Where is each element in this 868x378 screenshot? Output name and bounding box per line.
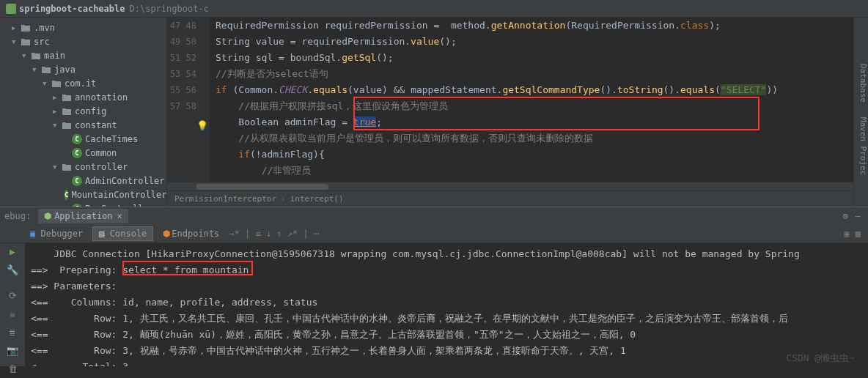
tree-item-annotation[interactable]: ▶annotation bbox=[0, 90, 166, 104]
editor-scrollbar[interactable] bbox=[167, 182, 868, 190]
settings-icon[interactable]: ⚙ bbox=[843, 211, 848, 221]
folder-icon bbox=[21, 23, 31, 32]
folder-icon bbox=[62, 163, 72, 171]
crumb-method[interactable]: intercept() bbox=[276, 194, 343, 204]
svg-rect-0 bbox=[6, 4, 16, 14]
crumb-class[interactable]: PermissionInterceptor bbox=[174, 194, 276, 204]
rerun-icon[interactable]: ▶ bbox=[10, 246, 15, 257]
debugger-toolbar: ▣ Debugger ▤ Console ⬢Endpoints →* | ≡ ↓… bbox=[0, 224, 868, 243]
project-path: D:\springboot-c bbox=[130, 4, 209, 14]
class-icon: C bbox=[72, 204, 82, 207]
debug-label: ebug: bbox=[0, 211, 35, 221]
debug-tabbar: ebug: ⬢ Application × ⚙ — bbox=[0, 207, 868, 224]
trash-icon[interactable]: 🗑 bbox=[8, 363, 18, 374]
folder-icon bbox=[21, 37, 31, 46]
reload-icon[interactable]: ⟳ bbox=[9, 290, 17, 301]
camera-icon[interactable]: 📷 bbox=[7, 345, 18, 356]
debug-tab-label: Application bbox=[54, 211, 112, 221]
minimize-icon[interactable]: — bbox=[856, 211, 861, 221]
tab-debugger[interactable]: ▣ Debugger bbox=[23, 226, 89, 241]
folder-icon bbox=[31, 51, 41, 60]
right-toolbar[interactable]: Database Maven Projec bbox=[853, 18, 868, 207]
code-editor[interactable]: 47 48 49 50 51 52 53 54 55 56 57 58 💡 Re… bbox=[167, 18, 868, 207]
class-icon: C bbox=[72, 134, 82, 144]
tab-endpoints[interactable]: ⬢Endpoints bbox=[156, 226, 226, 241]
project-bar: springboot-cacheable D:\springboot-c bbox=[0, 0, 868, 18]
tree-item-main[interactable]: ▼main bbox=[0, 48, 166, 62]
tree-item-com-it[interactable]: ▼com.it bbox=[0, 76, 166, 90]
skull-icon[interactable]: ☠ bbox=[10, 308, 15, 319]
watermark: CSDN @懒虫虫~ bbox=[786, 352, 855, 365]
tree-item-admincontroller[interactable]: CAdminController bbox=[0, 174, 166, 188]
tree-item-src[interactable]: ▼src bbox=[0, 34, 166, 48]
close-icon[interactable]: × bbox=[117, 211, 122, 221]
console-output[interactable]: JDBC Connection [HikariProxyConnection@1… bbox=[25, 243, 868, 366]
folder-icon bbox=[62, 121, 72, 130]
code-area[interactable]: RequiredPermission requiredPermission = … bbox=[210, 18, 868, 182]
breadcrumb[interactable]: PermissionInterceptor intercept() bbox=[167, 190, 868, 207]
folder-icon bbox=[62, 93, 72, 102]
class-icon: C bbox=[72, 148, 82, 158]
db-icon-1[interactable]: ▣ bbox=[845, 229, 850, 239]
tree-item-mountaincontroller[interactable]: CMountainController bbox=[0, 188, 166, 201]
bug-icon: ⬢ bbox=[44, 211, 51, 221]
folder-icon bbox=[62, 107, 72, 116]
line-gutter: 47 48 49 50 51 52 53 54 55 56 57 58 💡 bbox=[167, 18, 210, 182]
tree-item--mvn[interactable]: ▶.mvn bbox=[0, 21, 166, 34]
folder-icon bbox=[51, 79, 62, 88]
tree-item-common[interactable]: CCommon bbox=[0, 146, 166, 160]
tree-item-constant[interactable]: ▼constant bbox=[0, 118, 166, 132]
endpoints-icon: ⬢ bbox=[163, 229, 170, 239]
project-tree[interactable]: ▶.mvn▼src▼main▼java▼com.it▶annotation▶co… bbox=[0, 18, 167, 207]
console-gutter: ▶ 🔧 ⟳ ☠ ≣ 📷 🗑 bbox=[0, 243, 25, 366]
class-icon: C bbox=[65, 190, 68, 200]
project-name: springboot-cacheable bbox=[19, 4, 125, 14]
tree-item-controller[interactable]: ▼controller bbox=[0, 160, 166, 174]
tab-console[interactable]: ▤ Console bbox=[92, 226, 153, 241]
tree-item-config[interactable]: ▶config bbox=[0, 104, 166, 118]
folder-icon bbox=[41, 65, 51, 74]
database-tool[interactable]: Database bbox=[858, 64, 868, 103]
tree-item-paycontroller[interactable]: CPayController bbox=[0, 201, 166, 207]
tree-item-cachetimes[interactable]: CCacheTimes bbox=[0, 132, 166, 146]
intention-bulb-icon[interactable]: 💡 bbox=[196, 118, 208, 134]
db-icon-2[interactable]: ▦ bbox=[856, 229, 861, 239]
tree-item-java[interactable]: ▼java bbox=[0, 62, 166, 76]
maven-tool[interactable]: Maven Projec bbox=[858, 117, 868, 175]
project-icon bbox=[6, 4, 16, 14]
console-panel: ▶ 🔧 ⟳ ☠ ≣ 📷 🗑 JDBC Connection [HikariPro… bbox=[0, 243, 868, 366]
debug-tab-application[interactable]: ⬢ Application × bbox=[38, 209, 128, 223]
stop-icon[interactable]: 🔧 bbox=[7, 264, 18, 275]
class-icon: C bbox=[72, 176, 82, 186]
stack-icon[interactable]: ≣ bbox=[10, 327, 15, 338]
